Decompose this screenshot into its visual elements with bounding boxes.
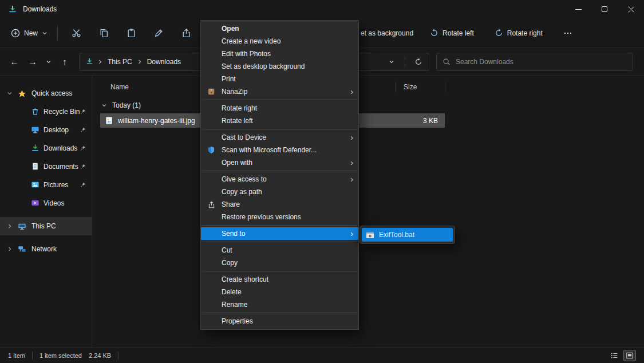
menu-item-give-access-to[interactable]: Give access to › xyxy=(201,173,358,186)
menu-item-label: Properties xyxy=(222,317,253,325)
documents-icon xyxy=(31,162,39,171)
search-input[interactable] xyxy=(456,58,627,66)
menu-item-label: Restore previous versions xyxy=(222,213,301,221)
menu-item-copy-as-path[interactable]: Copy as path xyxy=(201,186,358,198)
menu-item-restore-previous-versions[interactable]: Restore previous versions xyxy=(201,211,358,223)
menu-item-rotate-right[interactable]: Rotate right xyxy=(201,102,358,115)
column-header-name[interactable]: Name xyxy=(110,83,129,91)
sidebar-item-label: Desktop xyxy=(44,126,69,134)
column-header-size[interactable]: Size xyxy=(404,83,417,91)
titlebar: Downloads xyxy=(0,0,644,18)
rotate-right-button[interactable]: Rotate right xyxy=(489,25,548,41)
search-box[interactable] xyxy=(436,53,633,71)
rotate-right-icon xyxy=(495,29,503,37)
ellipsis-icon xyxy=(563,29,572,38)
column-divider[interactable] xyxy=(395,82,396,92)
sidebar: Quick access Recycle Bin Desktop xyxy=(0,76,92,348)
menu-item-label: Rename xyxy=(222,301,247,309)
sidebar-item-network[interactable]: Network xyxy=(0,240,92,258)
share-button[interactable] xyxy=(174,24,198,42)
new-button[interactable]: New xyxy=(6,25,53,42)
menu-item-edit-with-photos[interactable]: Edit with Photos xyxy=(201,48,358,60)
menu-item-copy[interactable]: Copy xyxy=(201,257,358,269)
menu-item-rename[interactable]: Rename xyxy=(201,298,358,311)
sidebar-item-label: Pictures xyxy=(44,181,68,189)
chevron-right-icon[interactable] xyxy=(7,223,13,229)
breadcrumb-downloads[interactable]: Downloads xyxy=(146,57,182,67)
batch-file-icon xyxy=(366,231,374,239)
menu-item-print[interactable]: Print xyxy=(201,73,358,85)
column-divider[interactable] xyxy=(445,82,445,92)
menu-item-cast-to-device[interactable]: Cast to Device › xyxy=(201,131,358,144)
address-dropdown-button[interactable] xyxy=(384,54,400,69)
chevron-right-icon[interactable] xyxy=(7,246,13,252)
chevron-down-icon[interactable] xyxy=(7,90,13,96)
sidebar-item-documents[interactable]: Documents xyxy=(0,157,92,176)
see-more-button[interactable] xyxy=(558,25,578,42)
address-location-icon xyxy=(85,57,94,66)
copy-button[interactable] xyxy=(92,24,116,42)
menu-separator xyxy=(202,129,357,129)
send-to-submenu: ExifTool.bat xyxy=(359,226,455,244)
menu-item-delete[interactable]: Delete xyxy=(201,286,358,298)
submenu-item-exiftool[interactable]: ExifTool.bat xyxy=(362,228,453,242)
menu-item-cut[interactable]: Cut xyxy=(201,244,358,257)
group-header-label: Today (1) xyxy=(112,101,141,109)
forward-button[interactable]: → xyxy=(24,53,41,70)
submenu-arrow-icon: › xyxy=(350,86,353,97)
menu-item-open[interactable]: Open xyxy=(201,22,358,35)
menu-item-open-with[interactable]: Open with › xyxy=(201,156,358,169)
submenu-arrow-icon: › xyxy=(350,132,353,143)
sidebar-item-desktop[interactable]: Desktop xyxy=(0,121,92,139)
recent-locations-button[interactable] xyxy=(42,53,55,70)
menu-item-send-to[interactable]: Send to › xyxy=(201,227,358,240)
downloads-icon xyxy=(31,144,39,152)
menu-item-rotate-left[interactable]: Rotate left xyxy=(201,115,358,127)
rename-button[interactable] xyxy=(147,24,171,42)
sidebar-item-downloads[interactable]: Downloads xyxy=(0,139,92,157)
star-icon xyxy=(18,89,26,98)
file-list-area: Name Size Today (1) william-henry-gates-… xyxy=(92,76,644,348)
chevron-down-icon[interactable] xyxy=(101,102,107,108)
address-divider xyxy=(405,56,405,68)
refresh-button[interactable] xyxy=(410,54,426,69)
minimize-button[interactable] xyxy=(565,0,591,18)
nanazip-icon xyxy=(207,87,216,96)
menu-item-label: Copy as path xyxy=(222,188,262,196)
details-view-button[interactable] xyxy=(608,350,621,361)
pin-icon xyxy=(80,145,86,152)
close-button[interactable] xyxy=(618,0,644,18)
back-button[interactable]: ← xyxy=(6,53,23,70)
menu-item-share[interactable]: Share xyxy=(201,198,358,211)
menu-item-properties[interactable]: Properties xyxy=(201,315,358,328)
sidebar-item-label: Videos xyxy=(44,199,64,207)
up-button[interactable]: ↑ xyxy=(56,53,73,70)
menu-item-label: Print xyxy=(222,75,236,83)
submenu-arrow-icon: › xyxy=(350,174,353,184)
menu-separator xyxy=(202,225,357,226)
set-as-background-label[interactable]: et as background xyxy=(361,29,413,37)
paste-button[interactable] xyxy=(119,24,143,42)
breadcrumb-this-pc[interactable]: This PC xyxy=(106,57,133,67)
sidebar-item-quick-access[interactable]: Quick access xyxy=(0,84,92,102)
menu-item-set-as-desktop-background[interactable]: Set as desktop background xyxy=(201,60,358,73)
sidebar-item-videos[interactable]: Videos xyxy=(0,194,92,212)
menu-item-create-shortcut[interactable]: Create shortcut xyxy=(201,273,358,286)
menu-item-label: Rotate left xyxy=(222,117,253,125)
sidebar-item-recycle-bin[interactable]: Recycle Bin xyxy=(0,102,92,121)
rotate-left-button[interactable]: Rotate left xyxy=(425,25,479,41)
chevron-down-icon xyxy=(42,30,48,36)
videos-icon xyxy=(31,199,39,207)
sidebar-item-this-pc[interactable]: This PC xyxy=(0,217,92,235)
group-header-today[interactable]: Today (1) xyxy=(92,101,644,109)
menu-item-nanazip[interactable]: NanaZip › xyxy=(201,85,358,98)
toolbar-divider xyxy=(57,26,58,41)
maximize-button[interactable] xyxy=(591,0,618,18)
sidebar-item-pictures[interactable]: Pictures xyxy=(0,176,92,194)
cut-button[interactable] xyxy=(64,24,88,42)
pin-icon xyxy=(80,127,86,133)
menu-item-scan-with-defender[interactable]: Scan with Microsoft Defender... xyxy=(201,144,358,156)
menu-item-create-a-new-video[interactable]: Create a new video xyxy=(201,35,358,48)
rotate-right-label: Rotate right xyxy=(507,29,543,37)
large-icons-view-button[interactable] xyxy=(623,350,636,361)
